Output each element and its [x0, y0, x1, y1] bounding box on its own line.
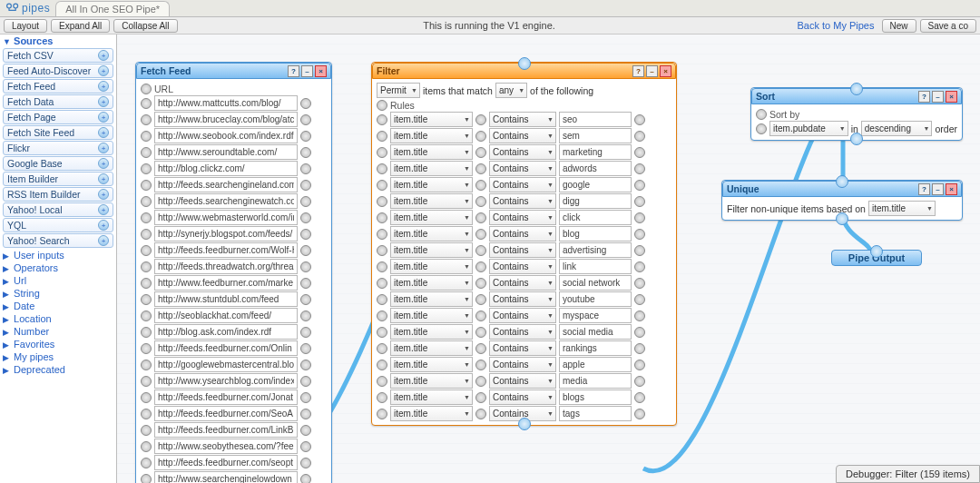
- field-port[interactable]: [475, 229, 486, 240]
- url-input[interactable]: [154, 373, 298, 389]
- sort-dir-select[interactable]: descending: [861, 121, 933, 136]
- section-port[interactable]: [377, 100, 387, 111]
- field-port[interactable]: [475, 343, 486, 354]
- field-port[interactable]: [475, 376, 486, 387]
- module-filter[interactable]: Filter ? – × Permit items that match any…: [371, 62, 677, 426]
- url-input[interactable]: [154, 471, 298, 483]
- sources-header[interactable]: ▼ Sources: [0, 34, 116, 47]
- rule-value-input[interactable]: [559, 324, 632, 340]
- section-port[interactable]: [756, 109, 767, 120]
- url-input[interactable]: [154, 324, 298, 340]
- add-icon[interactable]: +: [98, 204, 109, 215]
- rule-op-select[interactable]: Contains: [489, 373, 556, 389]
- rule-value-input[interactable]: [559, 112, 632, 127]
- remove-row-port[interactable]: [141, 212, 152, 223]
- add-icon[interactable]: +: [98, 189, 109, 200]
- out-port[interactable]: [634, 261, 645, 272]
- close-icon[interactable]: ×: [315, 65, 327, 77]
- category-item[interactable]: ▶ Url: [0, 274, 116, 287]
- out-port[interactable]: [634, 376, 645, 387]
- remove-row-port[interactable]: [377, 196, 387, 207]
- source-item[interactable]: Flickr+: [3, 141, 113, 155]
- remove-row-port[interactable]: [377, 229, 387, 240]
- rule-value-input[interactable]: [559, 389, 632, 405]
- add-icon[interactable]: +: [98, 65, 109, 76]
- url-input[interactable]: [154, 406, 298, 421]
- section-port[interactable]: [141, 84, 152, 94]
- field-port[interactable]: [475, 147, 486, 158]
- remove-row-port[interactable]: [141, 458, 152, 468]
- out-port[interactable]: [634, 278, 645, 289]
- remove-row-port[interactable]: [141, 425, 152, 436]
- rule-field-select[interactable]: item.title: [390, 128, 473, 143]
- remove-row-port[interactable]: [141, 441, 152, 452]
- remove-row-port[interactable]: [141, 229, 152, 240]
- rule-field-select[interactable]: item.title: [390, 193, 473, 209]
- source-item[interactable]: Google Base+: [3, 156, 113, 171]
- remove-row-port[interactable]: [141, 409, 152, 419]
- field-port[interactable]: [475, 327, 486, 338]
- url-input[interactable]: [154, 144, 298, 160]
- url-input[interactable]: [154, 389, 298, 405]
- pipe-output[interactable]: Pipe Output: [831, 250, 922, 266]
- field-port[interactable]: [475, 392, 486, 403]
- rule-value-input[interactable]: [559, 161, 632, 176]
- out-port[interactable]: [300, 114, 311, 125]
- field-port[interactable]: [475, 131, 486, 142]
- field-port[interactable]: [475, 196, 486, 207]
- rule-value-input[interactable]: [559, 259, 632, 274]
- remove-row-port[interactable]: [377, 278, 387, 289]
- rule-field-select[interactable]: item.title: [390, 340, 473, 356]
- out-port[interactable]: [300, 409, 311, 419]
- out-port[interactable]: [634, 245, 645, 256]
- url-input[interactable]: [154, 112, 298, 127]
- remove-row-port[interactable]: [377, 147, 387, 158]
- remove-row-port[interactable]: [141, 360, 152, 370]
- out-port[interactable]: [300, 147, 311, 158]
- out-port[interactable]: [300, 212, 311, 223]
- add-icon[interactable]: +: [98, 220, 109, 231]
- output-port[interactable]: [850, 133, 863, 145]
- rule-value-input[interactable]: [559, 242, 632, 258]
- category-item[interactable]: ▶ My pipes: [0, 350, 116, 363]
- rule-op-select[interactable]: Contains: [489, 161, 556, 176]
- minimize-icon[interactable]: –: [646, 65, 658, 77]
- category-item[interactable]: ▶ Operators: [0, 261, 116, 274]
- rule-value-input[interactable]: [559, 144, 632, 160]
- match-select[interactable]: any: [495, 83, 527, 98]
- input-port[interactable]: [870, 245, 883, 258]
- minimize-icon[interactable]: –: [932, 91, 944, 103]
- out-port[interactable]: [634, 392, 645, 403]
- rule-value-input[interactable]: [559, 308, 632, 323]
- out-port[interactable]: [300, 425, 311, 436]
- remove-row-port[interactable]: [756, 123, 767, 134]
- brand-logo[interactable]: pipes: [0, 2, 55, 15]
- save-button[interactable]: Save a co: [920, 19, 976, 33]
- module-sort[interactable]: Sort ? – × Sort by item.pubdate in desce…: [750, 87, 963, 141]
- category-item[interactable]: ▶ Favorites: [0, 338, 116, 350]
- layout-button[interactable]: Layout: [4, 19, 47, 33]
- category-item[interactable]: ▶ User inputs: [0, 249, 116, 261]
- out-port[interactable]: [634, 131, 645, 142]
- source-item[interactable]: Yahoo! Search+: [3, 233, 113, 248]
- rule-value-input[interactable]: [559, 406, 632, 421]
- sort-field-select[interactable]: item.pubdate: [769, 121, 848, 136]
- url-input[interactable]: [154, 455, 298, 470]
- remove-row-port[interactable]: [377, 392, 387, 403]
- field-port[interactable]: [475, 261, 486, 272]
- out-port[interactable]: [634, 310, 645, 321]
- out-port[interactable]: [300, 392, 311, 403]
- remove-row-port[interactable]: [141, 392, 152, 403]
- field-port[interactable]: [475, 212, 486, 223]
- rule-op-select[interactable]: Contains: [489, 259, 556, 274]
- help-icon[interactable]: ?: [288, 65, 299, 77]
- field-port[interactable]: [475, 245, 486, 256]
- out-port[interactable]: [634, 163, 645, 174]
- url-input[interactable]: [154, 308, 298, 323]
- out-port[interactable]: [300, 294, 311, 305]
- url-input[interactable]: [154, 357, 298, 372]
- remove-row-port[interactable]: [377, 114, 387, 125]
- rule-value-input[interactable]: [559, 373, 632, 389]
- remove-row-port[interactable]: [141, 310, 152, 321]
- out-port[interactable]: [300, 180, 311, 191]
